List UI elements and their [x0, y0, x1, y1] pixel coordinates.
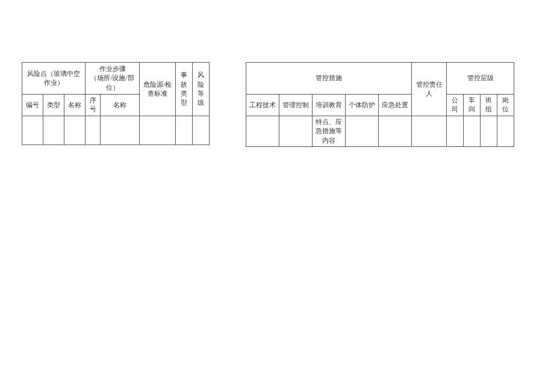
- cell: [379, 116, 412, 146]
- hdr-step-no: 序号: [86, 95, 101, 116]
- cell: [193, 116, 210, 145]
- cell: [447, 116, 464, 146]
- cell: [140, 116, 176, 145]
- cell: [279, 116, 313, 146]
- hdr-accident-type: 事故类型: [176, 63, 193, 116]
- cell: [86, 116, 101, 145]
- cell: [43, 116, 64, 145]
- table-row: [22, 116, 210, 145]
- hdr-work-step: 作业步骤 （场所/设施/部位）: [86, 63, 140, 95]
- hdr-control-measures: 管控措施: [246, 63, 412, 95]
- hdr-workshop: 车间: [464, 95, 481, 116]
- hdr-engineering: 工程技术: [246, 95, 279, 116]
- hdr-responsible: 管控责任人: [412, 63, 447, 116]
- hdr-step-name: 名称: [101, 95, 140, 116]
- hdr-hazard: 危险源/检查标准: [140, 63, 176, 116]
- hdr-company: 公司: [447, 95, 464, 116]
- cell: [246, 116, 279, 146]
- hdr-training: 培训教育: [313, 95, 346, 116]
- right-table: 管控措施 管控责任人 管控层级 工程技术 管理控制 培训教育 个体防护 应急处置…: [246, 62, 514, 147]
- cell: [101, 116, 140, 145]
- cell: 特点、应急措施等内容: [313, 116, 346, 146]
- hdr-management: 管理控制: [279, 95, 313, 116]
- hdr-risk-no: 编号: [22, 95, 43, 116]
- cell: [176, 116, 193, 145]
- cell: [64, 116, 86, 145]
- cell: [412, 116, 447, 146]
- table-row: 特点、应急措施等内容: [246, 116, 514, 146]
- hdr-risk-type: 类型: [43, 95, 64, 116]
- cell: [22, 116, 43, 145]
- hdr-ppe: 个体防护: [346, 95, 379, 116]
- cell: [346, 116, 379, 146]
- hdr-risk-point: 风险点（玻璃中空作业）: [22, 63, 86, 95]
- cell: [497, 116, 514, 146]
- cell: [464, 116, 481, 146]
- hdr-risk-level: 风险等级: [193, 63, 210, 116]
- left-table: 风险点（玻璃中空作业） 作业步骤 （场所/设施/部位） 危险源/检查标准 事故类…: [22, 62, 210, 145]
- hdr-risk-name: 名称: [64, 95, 86, 116]
- cell: [481, 116, 497, 146]
- hdr-emergency: 应急处置: [379, 95, 412, 116]
- hdr-position: 岗位: [497, 95, 514, 116]
- hdr-control-level: 管控层级: [447, 63, 514, 95]
- hdr-team: 班组: [481, 95, 497, 116]
